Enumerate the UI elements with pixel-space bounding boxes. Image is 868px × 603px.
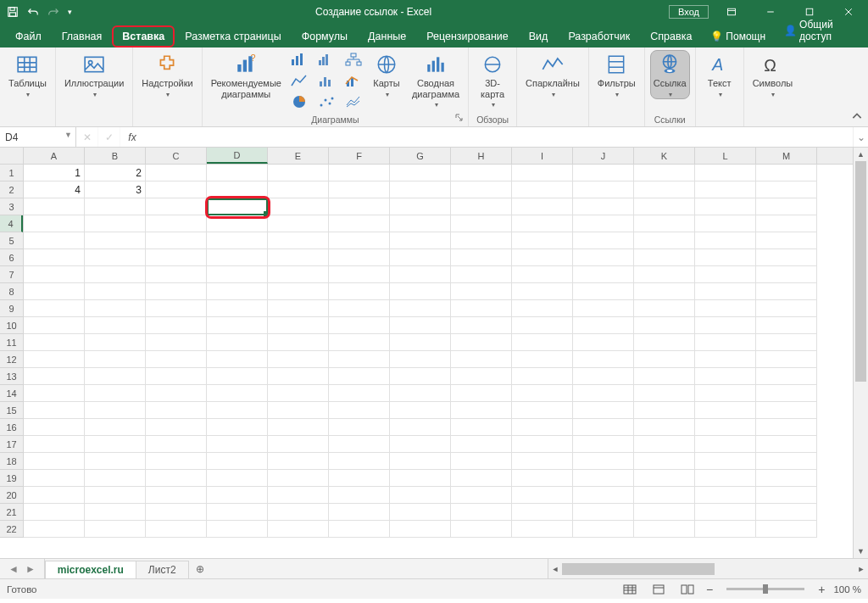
cell[interactable] (695, 249, 756, 266)
cell[interactable] (756, 181, 817, 198)
undo-icon[interactable] (24, 3, 42, 21)
collapse-ribbon-icon[interactable] (851, 111, 863, 123)
cell[interactable] (268, 453, 329, 470)
vertical-scrollbar[interactable]: ▲ ▼ (853, 148, 868, 558)
cell[interactable] (756, 521, 817, 538)
row-header[interactable]: 2 (0, 181, 23, 198)
cell[interactable] (695, 351, 756, 368)
cell[interactable] (573, 453, 634, 470)
maps-button[interactable]: Карты▾ (368, 50, 405, 98)
cell[interactable] (390, 470, 451, 487)
cancel-formula-icon[interactable]: ✕ (76, 127, 98, 147)
cell[interactable]: 1 (24, 165, 85, 181)
cell[interactable] (85, 436, 146, 453)
cell[interactable] (390, 165, 451, 181)
cell[interactable] (24, 317, 85, 334)
cell[interactable] (146, 266, 207, 283)
cell[interactable] (146, 283, 207, 300)
column-chart-icon[interactable] (315, 50, 337, 69)
cell[interactable] (390, 351, 451, 368)
row-header[interactable]: 20 (0, 487, 23, 504)
cell[interactable] (512, 470, 573, 487)
cell[interactable] (207, 249, 268, 266)
tab-layout[interactable]: Разметка страницы (175, 25, 291, 47)
cell[interactable] (85, 521, 146, 538)
cell[interactable] (695, 334, 756, 351)
cell[interactable] (634, 419, 695, 436)
scatter-chart-icon[interactable] (315, 92, 337, 111)
horizontal-scrollbar[interactable]: ◄ ► (548, 559, 868, 578)
cell[interactable] (24, 521, 85, 538)
cell[interactable] (695, 368, 756, 385)
cell[interactable] (85, 351, 146, 368)
cell[interactable] (756, 368, 817, 385)
cell[interactable] (451, 165, 512, 181)
cell[interactable] (329, 368, 390, 385)
cell[interactable] (512, 181, 573, 198)
bar-chart-icon[interactable] (288, 50, 310, 69)
cell[interactable] (207, 402, 268, 419)
sparklines-button[interactable]: Спарклайны▾ (522, 50, 583, 98)
cell[interactable] (329, 317, 390, 334)
cell[interactable] (268, 300, 329, 317)
cell[interactable] (329, 181, 390, 198)
formula-input[interactable] (144, 127, 853, 147)
cell[interactable] (24, 249, 85, 266)
cell[interactable] (146, 198, 207, 215)
cell[interactable] (756, 385, 817, 402)
cell[interactable] (329, 249, 390, 266)
cell[interactable] (329, 215, 390, 232)
cell[interactable] (268, 334, 329, 351)
cell[interactable] (695, 487, 756, 504)
cell[interactable] (146, 165, 207, 181)
cell[interactable] (268, 385, 329, 402)
row-header[interactable]: 13 (0, 368, 23, 385)
cell[interactable] (512, 283, 573, 300)
cell[interactable] (207, 436, 268, 453)
cell[interactable] (85, 385, 146, 402)
zoom-in-icon[interactable]: + (818, 583, 825, 596)
cell[interactable] (512, 385, 573, 402)
cell[interactable] (512, 419, 573, 436)
tell-me[interactable]: 💡Помощн (702, 25, 774, 47)
cell[interactable] (207, 453, 268, 470)
cell[interactable] (634, 215, 695, 232)
cell[interactable] (390, 436, 451, 453)
cell[interactable] (756, 487, 817, 504)
cell[interactable] (695, 165, 756, 181)
prev-sheet-icon[interactable]: ◄ (8, 563, 19, 575)
cell[interactable] (573, 300, 634, 317)
cell[interactable] (329, 504, 390, 521)
column-header[interactable]: J (573, 148, 634, 164)
column-header[interactable]: H (451, 148, 512, 164)
cell[interactable] (634, 436, 695, 453)
cell[interactable] (512, 215, 573, 232)
cell[interactable] (634, 165, 695, 181)
cell[interactable] (146, 317, 207, 334)
cell[interactable] (451, 436, 512, 453)
cell[interactable] (573, 487, 634, 504)
row-header[interactable]: 22 (0, 521, 23, 538)
cell[interactable] (451, 300, 512, 317)
cell[interactable] (390, 283, 451, 300)
cell[interactable] (756, 300, 817, 317)
cell[interactable] (207, 470, 268, 487)
cell[interactable] (695, 300, 756, 317)
cell[interactable] (512, 334, 573, 351)
cell[interactable] (85, 504, 146, 521)
cell[interactable] (85, 470, 146, 487)
cell[interactable] (146, 181, 207, 198)
row-header[interactable]: 6 (0, 249, 23, 266)
cell[interactable] (634, 368, 695, 385)
cell[interactable] (146, 487, 207, 504)
column-header[interactable]: K (634, 148, 695, 164)
row-header[interactable]: 21 (0, 504, 23, 521)
text-button[interactable]: A Текст▾ (701, 50, 738, 98)
cell[interactable] (451, 266, 512, 283)
cell[interactable] (207, 300, 268, 317)
page-layout-view-icon[interactable] (648, 582, 669, 597)
cell[interactable] (85, 368, 146, 385)
cell[interactable] (634, 249, 695, 266)
cell[interactable] (695, 232, 756, 249)
cell[interactable] (85, 232, 146, 249)
